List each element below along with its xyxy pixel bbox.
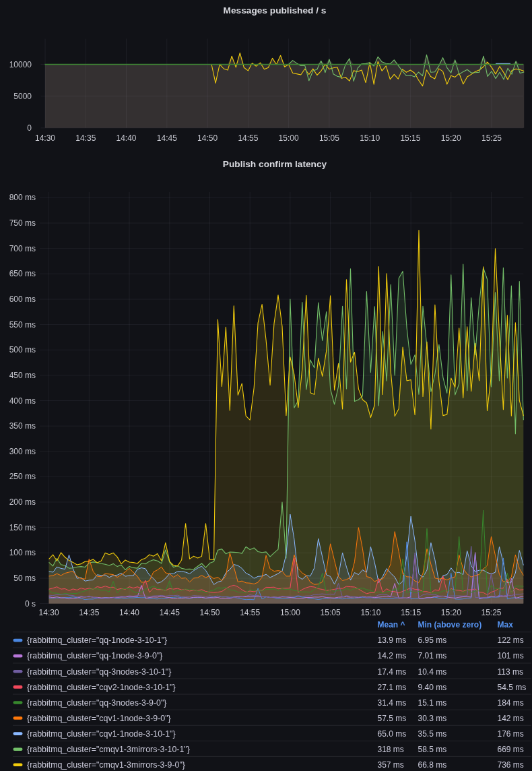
svg-text:15:20: 15:20 [441,608,461,617]
svg-text:{rabbitmq_cluster="cmqv1-3mirr: {rabbitmq_cluster="cmqv1-3mirrors-3-9-0"… [27,760,185,770]
svg-text:14:40: 14:40 [116,133,136,143]
svg-text:113 ms: 113 ms [498,667,523,677]
svg-text:14:50: 14:50 [197,133,218,143]
svg-text:66.8 ms: 66.8 ms [418,760,447,770]
svg-text:750 ms: 750 ms [9,218,36,228]
svg-text:15:10: 15:10 [360,608,380,617]
svg-text:14:30: 14:30 [35,133,55,143]
svg-text:17.4 ms: 17.4 ms [378,667,407,677]
svg-text:357 ms: 357 ms [378,760,404,770]
svg-text:14:35: 14:35 [75,133,96,143]
svg-text:0 s: 0 s [25,599,36,609]
svg-text:Messages published / s: Messages published / s [224,5,327,16]
svg-text:122 ms: 122 ms [498,636,524,645]
svg-text:{rabbitmq_cluster="cqv1-1node-: {rabbitmq_cluster="cqv1-1node-3-9-0"} [27,714,171,723]
svg-text:{rabbitmq_cluster="cmqv1-3mirr: {rabbitmq_cluster="cmqv1-3mirrors-3-10-1… [27,745,190,754]
svg-text:600 ms: 600 ms [9,295,36,304]
svg-text:14.2 ms: 14.2 ms [378,651,407,660]
svg-text:500 ms: 500 ms [9,345,36,354]
svg-text:31.4 ms: 31.4 ms [378,698,407,708]
svg-text:Max: Max [498,620,514,629]
svg-text:35.5 ms: 35.5 ms [418,729,447,739]
svg-text:10.4 ms: 10.4 ms [418,667,447,677]
svg-text:550 ms: 550 ms [9,320,36,330]
svg-text:101 ms: 101 ms [498,651,524,660]
svg-text:669 ms: 669 ms [498,745,524,754]
svg-text:{rabbitmq_cluster="qq-3nodes-3: {rabbitmq_cluster="qq-3nodes-3-9-0"} [27,698,167,708]
svg-text:{rabbitmq_cluster="cqv2-1node-: {rabbitmq_cluster="cqv2-1node-3-10-1"} [27,683,176,692]
svg-text:142 ms: 142 ms [498,714,524,723]
svg-text:15:05: 15:05 [319,133,339,143]
svg-text:14:45: 14:45 [160,608,180,617]
svg-text:300 ms: 300 ms [9,447,36,456]
svg-text:15:00: 15:00 [280,608,300,617]
svg-text:14:35: 14:35 [79,608,99,617]
svg-text:54.5 ms: 54.5 ms [498,683,527,692]
svg-text:15.1 ms: 15.1 ms [418,698,447,708]
svg-text:9.40 ms: 9.40 ms [418,683,447,692]
svg-text:15:25: 15:25 [481,608,501,617]
svg-text:200 ms: 200 ms [9,497,36,507]
svg-text:14:55: 14:55 [238,133,258,143]
svg-text:100 ms: 100 ms [9,548,36,557]
svg-text:15:10: 15:10 [360,133,380,143]
svg-text:400 ms: 400 ms [9,396,36,406]
svg-text:Mean ^: Mean ^ [378,620,405,629]
svg-text:700 ms: 700 ms [9,244,36,253]
svg-text:14:40: 14:40 [119,608,139,617]
svg-text:10000: 10000 [9,60,32,69]
svg-text:176 ms: 176 ms [498,729,524,739]
svg-text:7.01 ms: 7.01 ms [418,651,447,660]
svg-text:15:15: 15:15 [400,133,420,143]
svg-text:50 ms: 50 ms [13,574,36,583]
svg-text:15:05: 15:05 [321,608,341,617]
svg-text:65.0 ms: 65.0 ms [378,729,407,739]
svg-text:14:30: 14:30 [39,608,59,617]
svg-text:Publish confirm latency: Publish confirm latency [223,159,327,169]
svg-text:350 ms: 350 ms [9,421,36,431]
svg-text:14:45: 14:45 [157,133,177,143]
svg-text:184 ms: 184 ms [498,698,524,708]
svg-text:0: 0 [27,123,32,133]
svg-text:13.9 ms: 13.9 ms [378,636,407,645]
svg-text:15:00: 15:00 [279,133,299,143]
svg-text:15:20: 15:20 [441,133,461,143]
svg-text:250 ms: 250 ms [9,472,36,481]
svg-text:27.1 ms: 27.1 ms [378,683,407,692]
svg-text:{rabbitmq_cluster="qq-1node-3-: {rabbitmq_cluster="qq-1node-3-9-0"} [27,651,162,660]
svg-text:Min (above zero): Min (above zero) [418,620,482,629]
svg-text:650 ms: 650 ms [9,269,36,278]
svg-text:30.3 ms: 30.3 ms [418,714,447,723]
svg-text:{rabbitmq_cluster="qq-1node-3-: {rabbitmq_cluster="qq-1node-3-10-1"} [27,636,167,645]
svg-text:58.5 ms: 58.5 ms [418,745,447,754]
svg-text:15:25: 15:25 [481,133,502,143]
svg-text:5000: 5000 [13,92,32,101]
svg-text:14:50: 14:50 [199,608,220,617]
svg-text:318 ms: 318 ms [378,745,404,754]
svg-text:14:55: 14:55 [240,608,260,617]
svg-text:57.5 ms: 57.5 ms [378,714,407,723]
svg-text:736 ms: 736 ms [498,760,524,770]
svg-text:150 ms: 150 ms [9,523,36,532]
svg-text:6.95 ms: 6.95 ms [418,636,447,645]
svg-text:{rabbitmq_cluster="cqv1-1node-: {rabbitmq_cluster="cqv1-1node-3-10-1"} [27,729,176,739]
svg-text:800 ms: 800 ms [9,193,36,202]
svg-text:{rabbitmq_cluster="qq-3nodes-3: {rabbitmq_cluster="qq-3nodes-3-10-1"} [27,667,171,677]
svg-text:450 ms: 450 ms [9,371,36,380]
svg-text:15:15: 15:15 [401,608,421,617]
